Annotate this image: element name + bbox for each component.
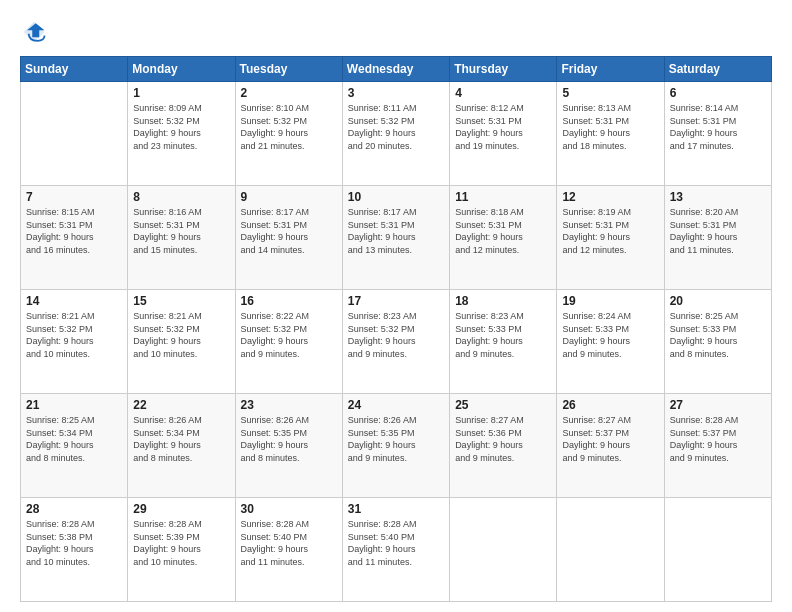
day-number: 10: [348, 190, 444, 204]
calendar-cell: 19Sunrise: 8:24 AM Sunset: 5:33 PM Dayli…: [557, 290, 664, 394]
calendar-day-header: Saturday: [664, 57, 771, 82]
day-info: Sunrise: 8:12 AM Sunset: 5:31 PM Dayligh…: [455, 102, 551, 152]
logo-icon: [20, 18, 48, 46]
calendar-cell: 6Sunrise: 8:14 AM Sunset: 5:31 PM Daylig…: [664, 82, 771, 186]
day-info: Sunrise: 8:14 AM Sunset: 5:31 PM Dayligh…: [670, 102, 766, 152]
calendar-cell: 20Sunrise: 8:25 AM Sunset: 5:33 PM Dayli…: [664, 290, 771, 394]
day-info: Sunrise: 8:21 AM Sunset: 5:32 PM Dayligh…: [26, 310, 122, 360]
day-number: 6: [670, 86, 766, 100]
calendar-cell: 7Sunrise: 8:15 AM Sunset: 5:31 PM Daylig…: [21, 186, 128, 290]
calendar-cell: 16Sunrise: 8:22 AM Sunset: 5:32 PM Dayli…: [235, 290, 342, 394]
day-info: Sunrise: 8:26 AM Sunset: 5:35 PM Dayligh…: [348, 414, 444, 464]
day-number: 28: [26, 502, 122, 516]
day-number: 31: [348, 502, 444, 516]
calendar-cell: 24Sunrise: 8:26 AM Sunset: 5:35 PM Dayli…: [342, 394, 449, 498]
calendar-cell: 2Sunrise: 8:10 AM Sunset: 5:32 PM Daylig…: [235, 82, 342, 186]
day-info: Sunrise: 8:24 AM Sunset: 5:33 PM Dayligh…: [562, 310, 658, 360]
day-info: Sunrise: 8:25 AM Sunset: 5:34 PM Dayligh…: [26, 414, 122, 464]
header: [20, 18, 772, 46]
calendar-cell: 4Sunrise: 8:12 AM Sunset: 5:31 PM Daylig…: [450, 82, 557, 186]
calendar-cell: 26Sunrise: 8:27 AM Sunset: 5:37 PM Dayli…: [557, 394, 664, 498]
day-info: Sunrise: 8:23 AM Sunset: 5:32 PM Dayligh…: [348, 310, 444, 360]
day-number: 3: [348, 86, 444, 100]
day-number: 25: [455, 398, 551, 412]
calendar-cell: [557, 498, 664, 602]
day-info: Sunrise: 8:15 AM Sunset: 5:31 PM Dayligh…: [26, 206, 122, 256]
calendar-cell: 17Sunrise: 8:23 AM Sunset: 5:32 PM Dayli…: [342, 290, 449, 394]
day-number: 29: [133, 502, 229, 516]
day-info: Sunrise: 8:13 AM Sunset: 5:31 PM Dayligh…: [562, 102, 658, 152]
day-info: Sunrise: 8:28 AM Sunset: 5:39 PM Dayligh…: [133, 518, 229, 568]
day-number: 5: [562, 86, 658, 100]
day-info: Sunrise: 8:09 AM Sunset: 5:32 PM Dayligh…: [133, 102, 229, 152]
day-number: 17: [348, 294, 444, 308]
calendar-cell: 8Sunrise: 8:16 AM Sunset: 5:31 PM Daylig…: [128, 186, 235, 290]
day-info: Sunrise: 8:20 AM Sunset: 5:31 PM Dayligh…: [670, 206, 766, 256]
calendar-cell: 14Sunrise: 8:21 AM Sunset: 5:32 PM Dayli…: [21, 290, 128, 394]
day-info: Sunrise: 8:28 AM Sunset: 5:37 PM Dayligh…: [670, 414, 766, 464]
calendar-cell: 9Sunrise: 8:17 AM Sunset: 5:31 PM Daylig…: [235, 186, 342, 290]
calendar-header-row: SundayMondayTuesdayWednesdayThursdayFrid…: [21, 57, 772, 82]
calendar-day-header: Monday: [128, 57, 235, 82]
day-number: 14: [26, 294, 122, 308]
calendar-cell: [664, 498, 771, 602]
calendar-day-header: Friday: [557, 57, 664, 82]
day-number: 27: [670, 398, 766, 412]
day-info: Sunrise: 8:16 AM Sunset: 5:31 PM Dayligh…: [133, 206, 229, 256]
day-number: 16: [241, 294, 337, 308]
calendar-cell: 5Sunrise: 8:13 AM Sunset: 5:31 PM Daylig…: [557, 82, 664, 186]
calendar-cell: 10Sunrise: 8:17 AM Sunset: 5:31 PM Dayli…: [342, 186, 449, 290]
day-info: Sunrise: 8:22 AM Sunset: 5:32 PM Dayligh…: [241, 310, 337, 360]
day-number: 2: [241, 86, 337, 100]
day-number: 7: [26, 190, 122, 204]
calendar-cell: 31Sunrise: 8:28 AM Sunset: 5:40 PM Dayli…: [342, 498, 449, 602]
calendar-cell: 22Sunrise: 8:26 AM Sunset: 5:34 PM Dayli…: [128, 394, 235, 498]
day-number: 21: [26, 398, 122, 412]
day-info: Sunrise: 8:10 AM Sunset: 5:32 PM Dayligh…: [241, 102, 337, 152]
day-info: Sunrise: 8:28 AM Sunset: 5:40 PM Dayligh…: [241, 518, 337, 568]
day-number: 24: [348, 398, 444, 412]
calendar-cell: 15Sunrise: 8:21 AM Sunset: 5:32 PM Dayli…: [128, 290, 235, 394]
day-info: Sunrise: 8:27 AM Sunset: 5:36 PM Dayligh…: [455, 414, 551, 464]
day-number: 22: [133, 398, 229, 412]
calendar-cell: 18Sunrise: 8:23 AM Sunset: 5:33 PM Dayli…: [450, 290, 557, 394]
day-number: 26: [562, 398, 658, 412]
page: SundayMondayTuesdayWednesdayThursdayFrid…: [0, 0, 792, 612]
day-info: Sunrise: 8:27 AM Sunset: 5:37 PM Dayligh…: [562, 414, 658, 464]
day-number: 19: [562, 294, 658, 308]
day-info: Sunrise: 8:26 AM Sunset: 5:35 PM Dayligh…: [241, 414, 337, 464]
calendar-day-header: Tuesday: [235, 57, 342, 82]
calendar-day-header: Sunday: [21, 57, 128, 82]
calendar-cell: 12Sunrise: 8:19 AM Sunset: 5:31 PM Dayli…: [557, 186, 664, 290]
calendar-cell: 21Sunrise: 8:25 AM Sunset: 5:34 PM Dayli…: [21, 394, 128, 498]
day-info: Sunrise: 8:28 AM Sunset: 5:38 PM Dayligh…: [26, 518, 122, 568]
calendar-cell: [21, 82, 128, 186]
day-info: Sunrise: 8:25 AM Sunset: 5:33 PM Dayligh…: [670, 310, 766, 360]
day-info: Sunrise: 8:23 AM Sunset: 5:33 PM Dayligh…: [455, 310, 551, 360]
calendar-cell: [450, 498, 557, 602]
day-number: 13: [670, 190, 766, 204]
calendar-week-row: 7Sunrise: 8:15 AM Sunset: 5:31 PM Daylig…: [21, 186, 772, 290]
calendar-cell: 13Sunrise: 8:20 AM Sunset: 5:31 PM Dayli…: [664, 186, 771, 290]
day-number: 23: [241, 398, 337, 412]
logo: [20, 18, 52, 46]
calendar-cell: 3Sunrise: 8:11 AM Sunset: 5:32 PM Daylig…: [342, 82, 449, 186]
calendar-week-row: 1Sunrise: 8:09 AM Sunset: 5:32 PM Daylig…: [21, 82, 772, 186]
calendar-cell: 25Sunrise: 8:27 AM Sunset: 5:36 PM Dayli…: [450, 394, 557, 498]
day-number: 15: [133, 294, 229, 308]
calendar-cell: 27Sunrise: 8:28 AM Sunset: 5:37 PM Dayli…: [664, 394, 771, 498]
day-info: Sunrise: 8:17 AM Sunset: 5:31 PM Dayligh…: [348, 206, 444, 256]
day-number: 4: [455, 86, 551, 100]
calendar-week-row: 28Sunrise: 8:28 AM Sunset: 5:38 PM Dayli…: [21, 498, 772, 602]
day-info: Sunrise: 8:17 AM Sunset: 5:31 PM Dayligh…: [241, 206, 337, 256]
calendar-cell: 11Sunrise: 8:18 AM Sunset: 5:31 PM Dayli…: [450, 186, 557, 290]
day-info: Sunrise: 8:11 AM Sunset: 5:32 PM Dayligh…: [348, 102, 444, 152]
day-number: 12: [562, 190, 658, 204]
calendar-week-row: 14Sunrise: 8:21 AM Sunset: 5:32 PM Dayli…: [21, 290, 772, 394]
calendar-cell: 1Sunrise: 8:09 AM Sunset: 5:32 PM Daylig…: [128, 82, 235, 186]
day-info: Sunrise: 8:28 AM Sunset: 5:40 PM Dayligh…: [348, 518, 444, 568]
day-number: 18: [455, 294, 551, 308]
calendar-cell: 30Sunrise: 8:28 AM Sunset: 5:40 PM Dayli…: [235, 498, 342, 602]
day-number: 30: [241, 502, 337, 516]
day-number: 11: [455, 190, 551, 204]
